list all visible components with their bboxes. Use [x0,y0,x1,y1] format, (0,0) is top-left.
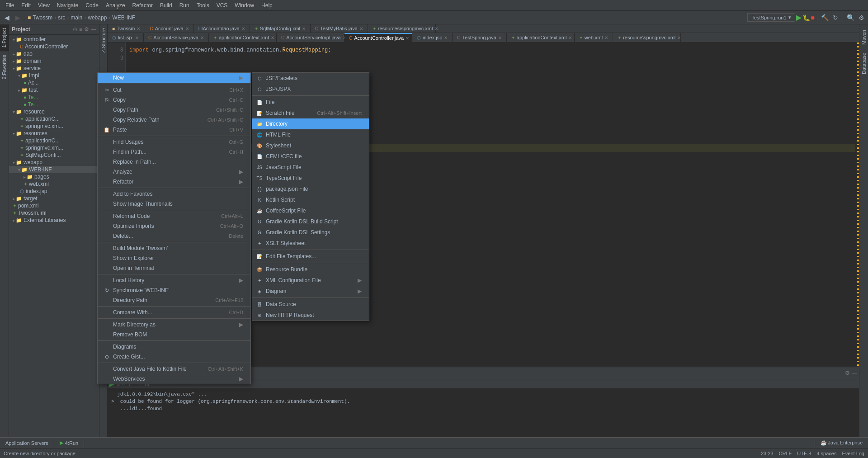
tree-item-appctx1[interactable]: ✦ applicationC... [9,115,99,123]
tree-item-webinf[interactable]: ▾ 📁 WEB-INF [9,166,99,173]
submenu-editfiletemplates[interactable]: 📝 Edit File Templates... [252,251,369,262]
maven-tab[interactable]: Maven [860,26,868,48]
tab-sqlmapconfig[interactable]: ✦ SqlMapConfig.xml ✕ [250,24,311,33]
menu-build[interactable]: Build [156,1,176,9]
breadcrumb-webapp[interactable]: webapp [88,14,107,21]
submenu-xslt[interactable]: ✦ XSLT Stylesheet [252,238,369,249]
tree-item-springmvc1[interactable]: ✦ springmvc.xm... [9,123,99,130]
ctx-comparewith[interactable]: Compare With... Ctrl+D [98,307,250,317]
ctx-reformat[interactable]: Reformat Code Ctrl+Alt+L [98,211,250,221]
tree-item-accountcontroller[interactable]: C AccountController [9,43,99,50]
submenu-datasource[interactable]: 🗄 Data Source [252,299,369,310]
ctx-findusages[interactable]: Find Usages Ctrl+G [98,137,250,147]
menu-help[interactable]: Help [258,1,276,9]
ctx-showinexplorer[interactable]: Show in Explorer [98,253,250,263]
tree-item-sqlmap[interactable]: ✦ SqlMapConfi... [9,151,99,159]
tree-item-webxml[interactable]: ✦ web.xml [9,180,99,188]
submenu-file[interactable]: 📄 File [252,97,369,108]
appservers-tab[interactable]: Application Servers [0,438,54,448]
ctx-delete[interactable]: Delete... Delete [98,231,250,241]
ctx-synchronize[interactable]: ↻ Synchronize 'WEB-INF' [98,285,250,295]
submenu-stylesheet[interactable]: 🎨 Stylesheet [252,140,369,151]
menu-tools[interactable]: Tools [193,1,213,9]
tab-close-sqlmapconfig[interactable]: ✕ [302,26,306,31]
forward-btn[interactable]: ▶ [13,13,23,23]
ctx-findinpath[interactable]: Find in Path... Ctrl+H [98,147,250,157]
ctx-localhistory[interactable]: Local History ▶ [98,275,250,285]
tab-accountservice[interactable]: C AccountService.java ✕ [144,33,209,42]
ctx-copy[interactable]: ⎘ Copy Ctrl+C [98,95,250,105]
tree-item-impl[interactable]: ▾ 📁 Impl [9,72,99,79]
close-icon[interactable]: — [91,26,96,33]
submenu-jsf[interactable]: ⬡ JSF/Facelets [252,73,369,84]
tree-item-webapp[interactable]: ▾ 📁 webapp [9,159,99,166]
sidebar-item-favorites[interactable]: 2:Favorites [0,51,9,83]
ctx-analyze[interactable]: Analyze ▶ [98,167,250,177]
tree-item-te1[interactable]: ● Te... [9,94,99,101]
submenu-kotlinscript[interactable]: K Kotlin Script [252,194,369,205]
tree-item-resources[interactable]: ▾ 📁 resources [9,130,99,137]
submenu-coffeescript[interactable]: ☕ CoffeeScript File [252,205,369,216]
tab-account-java[interactable]: C Account.java ✕ [145,24,193,33]
settings-btn[interactable]: ⚙ [856,13,866,23]
submenu-resourcebundle[interactable]: 📦 Resource Bundle [252,264,369,275]
run-config-selector[interactable]: TestSpring.run1 ▾ [747,13,795,22]
tree-item-pom[interactable]: ✦ pom.xml [9,202,99,209]
ctx-copypath[interactable]: Copy Path Ctrl+Shift+C [98,105,250,115]
submenu-gradlekotlinbuild[interactable]: G Gradle Kotlin DSL Build Script [252,216,369,227]
ctx-new[interactable]: New ▶ [98,73,250,83]
ctx-removebom[interactable]: Remove BOM [98,330,250,340]
tab-testspring[interactable]: C TestSpring.java ✕ [453,33,506,42]
submenu-tsfile[interactable]: TS TypeScript File [252,173,369,184]
tab-close-webxml[interactable]: ✕ [604,35,608,40]
tree-item-extlibs[interactable]: ▸ 📁 External Libraries [9,217,99,224]
tree-item-resource[interactable]: ▾ 📁 resource [9,108,99,115]
submenu-htmlfile[interactable]: 🌐 HTML File [252,129,369,140]
event-log-btn[interactable]: Event Log [842,451,864,456]
ctx-paste[interactable]: 📋 Paste Ctrl+V [98,125,250,135]
status-indent[interactable]: 4 spaces [816,451,836,456]
tab-close-accountservice[interactable]: ✕ [200,35,204,40]
menu-file[interactable]: File [2,1,18,9]
ctx-directorypath[interactable]: Directory Path Ctrl+Alt+F12 [98,295,250,305]
tree-item-appctx2[interactable]: ✦ applicationC... [9,137,99,144]
ctx-cut[interactable]: ✂ Cut Ctrl+X [98,85,250,95]
sync-icon[interactable]: ⊙ [73,26,77,33]
submenu-httprequest[interactable]: ⊛ New HTTP Request [252,310,369,321]
tree-item-dao[interactable]: ▸ 📁 dao [9,50,99,57]
tab-appctx2[interactable]: ✦ applicationContext.xml ✕ [507,33,575,42]
submenu-directory[interactable]: 📁 Directory [252,118,369,129]
menu-run[interactable]: Run [176,1,193,9]
menu-navigate[interactable]: Navigate [53,1,82,9]
submenu-xmlconfig[interactable]: ✦ XML Configuration File ▶ [252,275,369,286]
run-settings-icon[interactable]: ⚙ [845,370,850,376]
tab-iaccountdao[interactable]: I IAccountdao.java ✕ [194,24,250,33]
menu-vcs[interactable]: VCS [213,1,231,9]
tab-indexjsp[interactable]: ⬡ index.jsp ✕ [412,33,453,42]
submenu-jsfile[interactable]: JS JavaScript File [252,162,369,173]
menu-code[interactable]: Code [82,1,102,9]
tab-close-springmvc2[interactable]: ✕ [677,35,681,40]
breadcrumb-project[interactable]: Twossm [33,14,52,21]
ctx-convertjava[interactable]: Convert Java File to Kotlin File Ctrl+Al… [98,364,250,374]
gear-icon[interactable]: ⚙ [84,26,89,33]
tab-springmvc-res[interactable]: ✦ resources\springmvc.xml ✕ [368,24,436,33]
tab-close-twossm[interactable]: ✕ [137,26,140,31]
tab-close-springmvc-res[interactable]: ✕ [434,26,438,31]
ctx-replaceinpath[interactable]: Replace in Path... [98,157,250,167]
search-everywhere-btn[interactable]: 🔍 [845,13,855,23]
tab-accountcontroller[interactable]: C AccountController.java ✕ [344,33,412,42]
tree-item-springmvc2[interactable]: ✦ springmvc.xm... [9,144,99,151]
ctx-optimizeimports[interactable]: Optimize Imports Ctrl+Alt+O [98,221,250,231]
tree-item-target[interactable]: ▸ 📁 target [9,195,99,202]
tab-appctx-xml[interactable]: ✦ applicationContext.xml ✕ [209,33,277,42]
tree-item-indexjsp[interactable]: ⬡ index.jsp [9,188,99,195]
ctx-openinterminal[interactable]: Open in Terminal [98,263,250,273]
tab-springmvc2[interactable]: ✦ resource\springmvc.xml ✕ [613,33,681,42]
tab-close-testmybatis[interactable]: ✕ [359,26,363,31]
menu-view[interactable]: View [34,1,53,9]
z-structure-tab[interactable]: Z-Structure [99,24,108,57]
tab-testmybatis[interactable]: C TestMyBatis.java ✕ [311,24,368,33]
tree-item-ac[interactable]: ● Ac... [9,79,99,86]
stop-button[interactable]: ■ [811,14,815,21]
